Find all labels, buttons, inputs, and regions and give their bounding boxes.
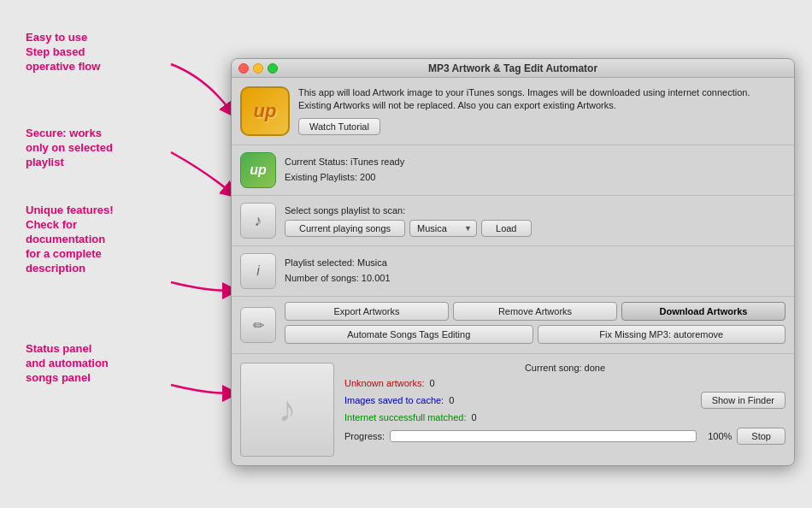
minimize-button[interactable]	[253, 63, 263, 74]
images-saved-value: 0	[449, 395, 454, 405]
images-saved-row: Images saved to cache: 0 Show in Finder	[344, 392, 786, 409]
fix-missing-button[interactable]: Fix Missing MP3: autoremove	[538, 325, 786, 344]
automate-songs-button[interactable]: Automate Songs Tags Editing	[285, 325, 533, 344]
number-of-songs: Number of songs: 10.001	[285, 271, 391, 286]
stop-button[interactable]: Stop	[737, 428, 786, 445]
playlist-row: Current playing songs Musica Library Pla…	[285, 220, 786, 237]
action-icon: ✏	[240, 307, 276, 343]
unknown-artworks-label: Unknown artworks:	[344, 378, 425, 388]
unknown-artworks-value: 0	[430, 378, 435, 388]
progress-bar-container	[390, 430, 697, 442]
info-text: Playlist selected: Musica Number of song…	[285, 256, 391, 286]
load-button[interactable]: Load	[481, 220, 531, 237]
mac-window: MP3 Artwork & Tag Edit Automator up This…	[231, 58, 795, 466]
playlist-select-wrapper: Musica Library Playlist 1 ▼	[409, 220, 477, 237]
playlist-selected: Playlist selected: Musica	[285, 256, 391, 271]
app-logo: up	[240, 86, 290, 136]
internet-matched-label: Internet successfull matched:	[344, 412, 466, 422]
images-saved-label: Images saved to cache:	[344, 395, 444, 405]
internet-matched-value: 0	[471, 412, 476, 422]
annotation-4: Status panel and automation songs panel	[26, 342, 109, 386]
status-icon: up	[240, 152, 276, 188]
action-row-1: Export Artworks Remove Artworks Download…	[285, 302, 786, 321]
playlist-section: ♪ Select songs playlist to scan: Current…	[232, 196, 794, 246]
progress-percent: 100%	[702, 431, 732, 441]
italic-i-icon: i	[256, 263, 260, 279]
remove-artworks-button[interactable]: Remove Artworks	[453, 302, 617, 321]
title-bar: MP3 Artwork & Tag Edit Automator	[232, 59, 794, 78]
export-artworks-button[interactable]: Export Artworks	[285, 302, 449, 321]
playlist-controls: Select songs playlist to scan: Current p…	[285, 205, 786, 237]
playlist-select[interactable]: Musica Library Playlist 1	[409, 220, 477, 237]
maximize-button[interactable]	[268, 63, 278, 74]
traffic-lights	[238, 63, 278, 74]
action-buttons: Export Artworks Remove Artworks Download…	[285, 302, 786, 348]
unknown-artworks-row: Unknown artworks: 0	[344, 378, 786, 388]
music-note-preview-icon: ♪	[279, 389, 297, 430]
existing-playlists: Existing Playlists: 200	[285, 170, 404, 186]
show-in-finder-button[interactable]: Show in Finder	[701, 392, 786, 409]
info-icon: i	[240, 253, 276, 289]
progress-row: Progress: 100% Stop	[344, 428, 786, 445]
status-panel: Current song: done Unknown artworks: 0 I…	[344, 363, 786, 457]
internet-matched-row: Internet successfull matched: 0	[344, 412, 786, 422]
annotation-1: Easy to use Step based operative flow	[26, 31, 100, 74]
description-area: This app will load Artwork image to your…	[298, 86, 786, 136]
current-status: Current Status: iTunes ready	[285, 155, 404, 170]
artwork-preview: ♪	[240, 363, 334, 457]
progress-label: Progress:	[344, 431, 385, 441]
annotation-2: Secure: works only on selected playlist	[26, 127, 113, 170]
pencil-icon: ✏	[253, 317, 264, 334]
action-section: ✏ Export Artworks Remove Artworks Downlo…	[232, 297, 794, 354]
status-text: Current Status: iTunes ready Existing Pl…	[285, 155, 404, 185]
description-text: This app will load Artwork image to your…	[298, 86, 786, 113]
download-artworks-button[interactable]: Download Artworks	[621, 302, 786, 321]
info-section: i Playlist selected: Musica Number of so…	[232, 246, 794, 297]
bottom-section: ♪ Current song: done Unknown artworks: 0…	[232, 354, 794, 465]
window-title: MP3 Artwork & Tag Edit Automator	[428, 62, 597, 74]
annotation-3: Unique features! Check for documentation…	[26, 204, 114, 275]
current-playing-button[interactable]: Current playing songs	[285, 220, 405, 237]
action-row-2: Automate Songs Tags Editing Fix Missing …	[285, 325, 786, 344]
current-song: Current song: done	[344, 363, 786, 373]
status-section: up Current Status: iTunes ready Existing…	[232, 145, 794, 196]
top-section: up This app will load Artwork image to y…	[232, 78, 794, 145]
playlist-scan-label: Select songs playlist to scan:	[285, 205, 786, 216]
close-button[interactable]	[238, 63, 249, 74]
playlist-icon: ♪	[240, 203, 276, 239]
music-note-icon: ♪	[255, 212, 262, 230]
watch-tutorial-button[interactable]: Watch Tutorial	[298, 118, 380, 135]
